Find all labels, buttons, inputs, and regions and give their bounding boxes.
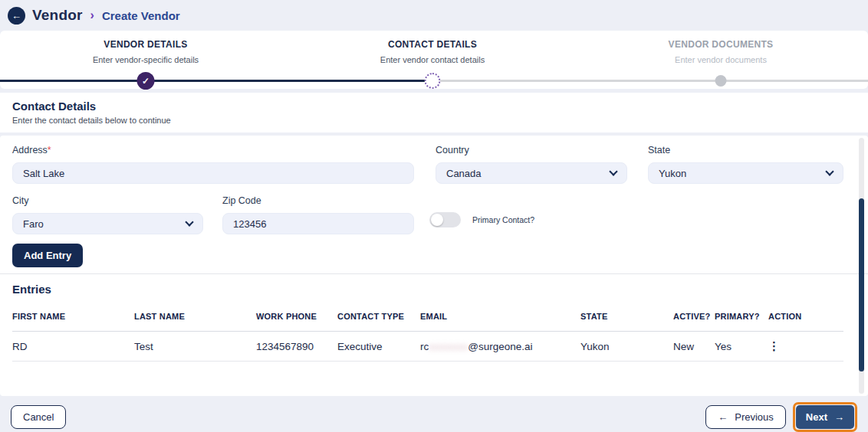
primary-contact-toggle-group: Primary Contact? [429, 212, 534, 227]
email-prefix: rc [420, 341, 429, 352]
required-asterisk: * [48, 145, 51, 155]
cell-last-name: Test [134, 332, 256, 362]
city-label: City [12, 195, 203, 206]
zip-label: Zip Code [222, 195, 414, 206]
page-title: Vendor [32, 7, 83, 24]
col-primary: PRIMARY? [715, 307, 768, 332]
email-suffix: @surgeone.ai [468, 341, 532, 352]
zip-value: 123456 [233, 218, 266, 230]
col-work-phone: WORK PHONE [256, 307, 337, 332]
cell-work-phone: 1234567890 [256, 332, 337, 362]
table-header-row: FIRST NAME LAST NAME WORK PHONE CONTACT … [12, 307, 843, 332]
state-field-group: State Yukon [648, 145, 843, 184]
breadcrumb-current: Create Vendor [102, 9, 180, 22]
step-title: VENDOR DOCUMENTS [610, 39, 832, 50]
zip-input[interactable]: 123456 [222, 213, 414, 234]
col-first-name: FIRST NAME [12, 307, 134, 332]
col-email: EMAIL [420, 307, 580, 332]
address-input[interactable]: Salt Lake [12, 162, 414, 184]
state-select[interactable]: Yukon [648, 162, 843, 184]
email-redacted-blur: oooooo [429, 341, 468, 352]
check-icon: ✓ [142, 76, 150, 87]
step-subtitle: Enter vendor-specific details [35, 55, 257, 64]
chevron-down-icon [609, 167, 617, 175]
next-button-highlight: Next → [793, 402, 857, 432]
col-active: ACTIVE? [673, 307, 715, 332]
country-select[interactable]: Canada [436, 162, 627, 184]
progress-fill [0, 80, 432, 82]
right-arrow-icon: → [834, 411, 844, 423]
section-subtitle: Enter the contact details below to conti… [12, 116, 856, 125]
address-label: Address* [12, 145, 414, 155]
entries-table: FIRST NAME LAST NAME WORK PHONE CONTACT … [12, 307, 843, 362]
country-label: Country [436, 145, 627, 155]
city-value: Faro [23, 218, 44, 230]
cell-first-name: RD [12, 332, 134, 362]
table-row: RD Test 1234567890 Executive rcoooooo@su… [12, 332, 843, 362]
contact-details-panel: Address* Salt Lake Country Canada State … [0, 136, 868, 396]
col-contact-type: CONTACT TYPE [337, 307, 420, 332]
chevron-down-icon [825, 167, 833, 175]
footer-bar: Cancel ← Previous Next → [0, 396, 868, 432]
primary-contact-label: Primary Contact? [472, 215, 534, 224]
section-title: Contact Details [12, 100, 856, 113]
chevron-down-icon [185, 218, 193, 226]
step-current-dot[interactable] [425, 73, 441, 89]
step-vendor-details[interactable]: VENDOR DETAILS Enter vendor-specific det… [35, 39, 257, 64]
step-upcoming-dot [715, 75, 727, 87]
cell-email: rcoooooo@surgeone.ai [420, 332, 580, 362]
step-title: CONTACT DETAILS [321, 39, 544, 50]
address-field-group: Address* Salt Lake [12, 145, 414, 184]
back-button[interactable]: ← [8, 7, 25, 25]
entries-title: Entries [12, 283, 51, 296]
cell-contact-type: Executive [337, 332, 420, 362]
col-action: ACTION [768, 307, 843, 332]
primary-contact-toggle[interactable] [429, 212, 461, 227]
state-value: Yukon [659, 168, 686, 179]
topbar: ← Vendor › Create Vendor [0, 0, 868, 31]
cell-state: Yukon [580, 332, 673, 362]
col-last-name: LAST NAME [134, 307, 256, 332]
cell-action: ⋮ [768, 332, 843, 362]
footer-right-group: ← Previous Next → [705, 402, 857, 432]
city-select[interactable]: Faro [12, 213, 203, 234]
left-arrow-icon: ← [718, 411, 728, 423]
previous-label: Previous [735, 411, 774, 423]
col-state: STATE [580, 307, 673, 332]
section-header: Contact Details Enter the contact detail… [0, 93, 868, 133]
zip-field-group: Zip Code 123456 [222, 195, 414, 234]
step-vendor-documents: VENDOR DOCUMENTS Enter vendor documents [610, 39, 832, 64]
kebab-menu-icon[interactable]: ⋮ [768, 339, 780, 352]
divider [0, 273, 868, 274]
step-title: VENDOR DETAILS [35, 39, 257, 50]
cancel-button[interactable]: Cancel [11, 405, 66, 429]
state-label: State [648, 145, 843, 155]
previous-button[interactable]: ← Previous [705, 405, 786, 429]
step-subtitle: Enter vendor contact details [321, 55, 544, 64]
cell-active: New [673, 332, 715, 362]
next-button[interactable]: Next → [796, 405, 854, 429]
step-contact-details[interactable]: CONTACT DETAILS Enter vendor contact det… [321, 39, 544, 64]
scrollbar-thumb[interactable] [859, 198, 864, 371]
country-field-group: Country Canada [436, 145, 627, 184]
toggle-knob [431, 214, 443, 226]
add-entry-button[interactable]: Add Entry [12, 244, 83, 267]
chevron-right-icon: › [90, 8, 94, 22]
cancel-label: Cancel [23, 411, 54, 423]
back-arrow-icon: ← [12, 10, 21, 21]
city-field-group: City Faro [12, 195, 203, 234]
country-value: Canada [446, 168, 482, 179]
step-subtitle: Enter vendor documents [610, 55, 832, 64]
wizard-stepper: VENDOR DETAILS Enter vendor-specific det… [0, 31, 868, 89]
step-completed-dot[interactable]: ✓ [137, 72, 155, 90]
next-label: Next [806, 411, 827, 423]
address-value: Salt Lake [23, 168, 64, 179]
cell-primary: Yes [715, 332, 768, 362]
